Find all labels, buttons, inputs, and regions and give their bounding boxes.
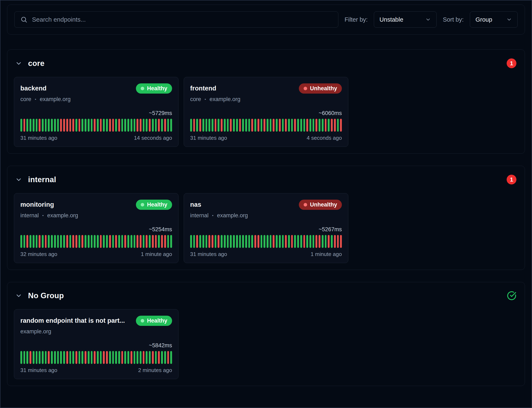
history-bar[interactable]: [306, 119, 308, 132]
history-bar[interactable]: [325, 119, 327, 132]
history-bar[interactable]: [72, 119, 74, 132]
history-bar[interactable]: [137, 119, 138, 132]
history-bar[interactable]: [63, 235, 65, 248]
history-bar[interactable]: [288, 235, 290, 248]
history-bar[interactable]: [199, 235, 201, 248]
history-bar[interactable]: [328, 235, 330, 248]
history-bar[interactable]: [146, 235, 148, 248]
history-bar[interactable]: [26, 119, 28, 132]
history-bar[interactable]: [100, 235, 102, 248]
history-bar[interactable]: [215, 235, 216, 248]
history-bar[interactable]: [24, 119, 25, 132]
history-bar[interactable]: [158, 235, 160, 248]
history-bar[interactable]: [42, 235, 44, 248]
history-bar[interactable]: [202, 235, 204, 248]
history-bar[interactable]: [340, 235, 342, 248]
history-bar[interactable]: [158, 351, 160, 364]
history-bar[interactable]: [118, 351, 120, 364]
history-bar[interactable]: [152, 119, 154, 132]
history-bar[interactable]: [261, 119, 262, 132]
history-bar[interactable]: [270, 119, 272, 132]
history-bar[interactable]: [230, 235, 232, 248]
history-bar[interactable]: [331, 119, 333, 132]
history-bar[interactable]: [208, 119, 210, 132]
history-bar[interactable]: [63, 351, 65, 364]
history-bar[interactable]: [155, 119, 157, 132]
history-bar[interactable]: [146, 351, 148, 364]
history-bar[interactable]: [239, 119, 241, 132]
history-bar[interactable]: [143, 119, 145, 132]
history-bar[interactable]: [94, 119, 96, 132]
history-bar[interactable]: [69, 235, 71, 248]
history-bar[interactable]: [258, 235, 259, 248]
history-bar[interactable]: [91, 235, 93, 248]
history-bar[interactable]: [251, 119, 253, 132]
history-bar[interactable]: [131, 351, 132, 364]
history-bar[interactable]: [258, 119, 259, 132]
history-bar[interactable]: [215, 119, 216, 132]
history-bar[interactable]: [33, 235, 34, 248]
group-header[interactable]: No Group: [7, 282, 525, 307]
history-bar[interactable]: [236, 119, 238, 132]
group-header[interactable]: internal 1: [7, 166, 525, 192]
history-bar[interactable]: [245, 235, 247, 248]
history-bar[interactable]: [63, 119, 65, 132]
endpoint-card[interactable]: frontend Unhealthy core • example.org ~6…: [184, 77, 348, 147]
history-bar[interactable]: [51, 351, 53, 364]
history-bar[interactable]: [212, 119, 213, 132]
history-bar[interactable]: [79, 235, 80, 248]
history-bar[interactable]: [39, 235, 41, 248]
history-bar[interactable]: [313, 235, 315, 248]
history-bar[interactable]: [112, 119, 114, 132]
history-bar[interactable]: [66, 235, 68, 248]
history-bar[interactable]: [322, 119, 324, 132]
history-bar[interactable]: [212, 235, 213, 248]
history-bar[interactable]: [337, 235, 339, 248]
history-bar[interactable]: [51, 235, 53, 248]
history-bar[interactable]: [42, 119, 44, 132]
history-bar[interactable]: [300, 235, 302, 248]
history-bar[interactable]: [170, 351, 172, 364]
history-bar[interactable]: [149, 119, 151, 132]
history-bar[interactable]: [118, 119, 120, 132]
history-bar[interactable]: [264, 119, 265, 132]
history-bar[interactable]: [103, 235, 105, 248]
history-bar[interactable]: [325, 235, 327, 248]
history-bar[interactable]: [57, 351, 59, 364]
history-bar[interactable]: [54, 235, 56, 248]
history-bar[interactable]: [91, 119, 93, 132]
history-bar[interactable]: [164, 235, 166, 248]
history-bar[interactable]: [88, 351, 90, 364]
history-bar[interactable]: [170, 119, 172, 132]
history-bar[interactable]: [251, 235, 253, 248]
history-bar[interactable]: [161, 351, 163, 364]
history-bar[interactable]: [60, 235, 62, 248]
history-bar[interactable]: [121, 235, 123, 248]
history-bar[interactable]: [279, 119, 281, 132]
history-bar[interactable]: [282, 119, 284, 132]
history-bar[interactable]: [109, 351, 111, 364]
history-bar[interactable]: [206, 119, 208, 132]
history-bar[interactable]: [242, 235, 244, 248]
history-bar[interactable]: [45, 119, 47, 132]
history-bar[interactable]: [140, 119, 141, 132]
history-bar[interactable]: [267, 235, 268, 248]
history-bar[interactable]: [227, 119, 229, 132]
history-bar[interactable]: [190, 235, 192, 248]
history-bar[interactable]: [149, 235, 151, 248]
history-bar[interactable]: [167, 235, 169, 248]
history-bar[interactable]: [88, 119, 90, 132]
history-bar[interactable]: [127, 235, 129, 248]
history-bar[interactable]: [79, 119, 80, 132]
history-bar[interactable]: [115, 351, 117, 364]
history-bar[interactable]: [270, 235, 272, 248]
history-bar[interactable]: [331, 235, 333, 248]
history-bar[interactable]: [294, 235, 296, 248]
history-bar[interactable]: [316, 235, 317, 248]
endpoint-card[interactable]: nas Unhealthy internal • example.org ~52…: [184, 193, 348, 263]
history-bar[interactable]: [103, 351, 105, 364]
history-bar[interactable]: [36, 351, 38, 364]
history-bar[interactable]: [199, 119, 201, 132]
search-input[interactable]: [32, 16, 332, 23]
history-bar[interactable]: [316, 119, 317, 132]
